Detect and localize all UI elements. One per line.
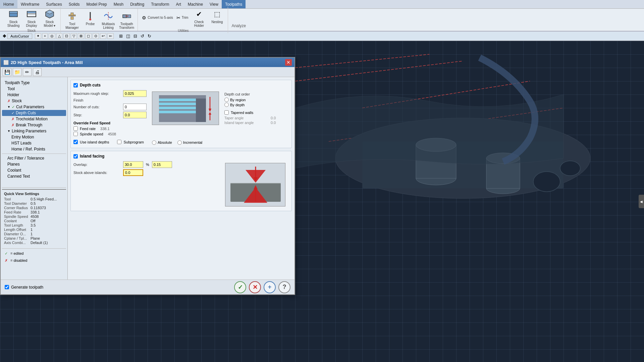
toolpath-transform-button[interactable]: ToolpathTransform bbox=[118, 9, 136, 30]
subprogram-checkbox[interactable] bbox=[117, 140, 121, 144]
cursor-btn-6[interactable]: ▽ bbox=[71, 33, 77, 39]
cancel-button[interactable]: ✕ bbox=[249, 281, 261, 293]
check-holder-button[interactable]: ✔ CheckHolder bbox=[190, 7, 208, 28]
depth-cuts-section: Depth cuts Maximum rough step: Finish bbox=[70, 80, 292, 148]
svg-line-16 bbox=[295, 54, 429, 68]
trim-button[interactable]: ✂ Trim bbox=[175, 7, 190, 28]
menu-mesh[interactable]: Mesh bbox=[110, 0, 127, 8]
view-btn-4[interactable]: ↺ bbox=[139, 33, 146, 39]
incremental-radio[interactable] bbox=[177, 140, 182, 145]
tree-trochoidal-label: Trochoidal Motion bbox=[16, 117, 48, 121]
stock-above-input[interactable] bbox=[123, 169, 143, 176]
step-input[interactable] bbox=[123, 112, 147, 118]
tree-tool[interactable]: Tool bbox=[2, 86, 66, 92]
tapered-walls-checkbox[interactable] bbox=[224, 110, 229, 115]
overlap-pct-input[interactable] bbox=[123, 161, 143, 168]
qv-corner-radius-label: Corner Radius bbox=[4, 206, 29, 210]
cursor-btn-2[interactable]: + bbox=[42, 33, 48, 39]
status-disabled-symbol: ✗ bbox=[5, 258, 8, 263]
tree-cut-params[interactable]: ▼ ✓ Cut Parameters bbox=[2, 104, 66, 110]
tree-home-ref[interactable]: Home / Ref. Points bbox=[2, 146, 66, 152]
quick-view-title: Quick View Settings bbox=[4, 192, 64, 196]
dialog-save-button[interactable]: 💾 bbox=[3, 68, 11, 76]
qv-spindle-value: 4508 bbox=[31, 215, 39, 219]
tree-trochoidal[interactable]: ✗ Trochoidal Motion bbox=[2, 116, 66, 122]
view-btn-3[interactable]: ⊟ bbox=[132, 33, 139, 39]
convert-5axis-button[interactable]: ⚙ Convert to 5-axis bbox=[141, 7, 174, 28]
by-region-radio[interactable] bbox=[224, 98, 229, 102]
tree-entry-motion[interactable]: Entry Motion bbox=[2, 134, 66, 140]
step-row: Step: bbox=[73, 112, 147, 118]
cursor-btn-3[interactable]: ◎ bbox=[49, 33, 55, 39]
cursor-btn-8[interactable]: ◻ bbox=[85, 33, 92, 39]
tree-stock[interactable]: ✗ Stock bbox=[2, 98, 66, 104]
max-rough-step-input[interactable] bbox=[123, 90, 147, 97]
cursor-btn-4[interactable]: △ bbox=[56, 33, 62, 39]
override-feed-label: Override Feed Speed bbox=[73, 121, 147, 125]
dialog-edit-button[interactable]: ✏ bbox=[23, 68, 32, 76]
tree-linking-params[interactable]: ▼ Linking Parameters bbox=[2, 128, 66, 134]
svg-marker-44 bbox=[246, 170, 266, 183]
absolute-radio[interactable] bbox=[152, 140, 156, 145]
spindle-speed-label: Spindle speed bbox=[80, 132, 103, 136]
check-holder-icon: ✔ bbox=[193, 8, 205, 20]
nesting-button[interactable]: ⬚ Nesting bbox=[208, 7, 226, 28]
tree-toolpath-type[interactable]: Toolpath Type bbox=[2, 80, 66, 86]
menu-modelprep[interactable]: Model Prep bbox=[83, 0, 110, 8]
menu-solids[interactable]: Solids bbox=[65, 0, 83, 8]
multiaxis-icon bbox=[102, 10, 114, 22]
island-facing-checkbox[interactable] bbox=[73, 154, 78, 159]
help-button[interactable]: ? bbox=[278, 281, 290, 293]
tool-manager-button[interactable]: ToolManager bbox=[63, 9, 81, 30]
tree-canned-text[interactable]: Canned Text bbox=[2, 173, 66, 179]
view-btn-1[interactable]: ⊞ bbox=[118, 33, 124, 39]
tree-planes[interactable]: Planes bbox=[2, 161, 66, 167]
add-button[interactable]: + bbox=[264, 281, 276, 293]
num-cuts-input[interactable] bbox=[123, 104, 147, 110]
tree-depth-cuts-label: Depth Cuts bbox=[16, 111, 36, 115]
viewport-handle[interactable]: ◀ bbox=[639, 195, 644, 208]
tree-holder[interactable]: Holder bbox=[2, 92, 66, 98]
dialog-print-button[interactable]: 🖨 bbox=[33, 68, 42, 76]
autocursor-text[interactable]: AutoCursor bbox=[7, 34, 32, 39]
cursor-btn-9[interactable]: ⊙ bbox=[93, 33, 99, 39]
tree-hst-leads[interactable]: HST Leads bbox=[2, 140, 66, 146]
dialog-close-button[interactable]: ✕ bbox=[285, 59, 292, 66]
tree-arc-filter[interactable]: Arc Filter / Tolerance bbox=[2, 155, 66, 161]
tree-breakthrough[interactable]: ✗ Break Through bbox=[2, 122, 66, 128]
tree-depth-cuts[interactable]: ✓ Depth Cuts bbox=[2, 110, 66, 116]
cursor-btn-10[interactable]: ↩ bbox=[100, 33, 106, 39]
stock-shading-button[interactable]: StockShading bbox=[5, 7, 22, 28]
probe-button[interactable]: Probe bbox=[82, 9, 99, 30]
by-depth-radio[interactable] bbox=[224, 103, 229, 107]
trim-label: Trim bbox=[182, 16, 189, 19]
depth-cuts-title: Depth cuts bbox=[80, 83, 101, 87]
use-island-checkbox[interactable] bbox=[73, 140, 78, 144]
view-btn-5[interactable]: ↻ bbox=[146, 33, 153, 39]
cursor-btn-7[interactable]: ⊞ bbox=[78, 33, 84, 39]
cursor-btn-5[interactable]: ⊡ bbox=[63, 33, 70, 39]
overlap-row: Overlap: % bbox=[73, 161, 216, 168]
stock-model-button[interactable]: StockModel ▾ bbox=[41, 7, 58, 28]
tree-coolant[interactable]: Coolant bbox=[2, 167, 66, 173]
num-cuts-label: Number of cuts: bbox=[73, 105, 120, 109]
cursor-snap-btn[interactable]: ✦ bbox=[35, 33, 41, 39]
analyze-label: Analyze bbox=[229, 23, 249, 29]
spindle-speed-checkbox[interactable] bbox=[73, 132, 78, 136]
ok-button[interactable]: ✓ bbox=[234, 281, 246, 293]
qv-diameter: Tool Diameter 0.5 bbox=[4, 201, 64, 205]
svg-point-11 bbox=[89, 18, 91, 20]
island-facing-title: Island facing bbox=[80, 154, 104, 159]
qv-coolant-label: Coolant bbox=[4, 219, 29, 223]
overlap-val-input[interactable] bbox=[152, 161, 172, 168]
generate-toolpath-checkbox[interactable] bbox=[5, 285, 9, 289]
depth-cuts-checkbox[interactable] bbox=[73, 83, 78, 87]
feed-rate-checkbox[interactable] bbox=[73, 126, 78, 131]
multiaxis-button[interactable]: MultiaxisLinking bbox=[100, 9, 117, 30]
by-depth-row: By depth bbox=[224, 103, 291, 107]
dialog-open-button[interactable]: 📁 bbox=[13, 68, 21, 76]
stock-display-button[interactable]: StockDisplay bbox=[23, 7, 40, 28]
view-btn-2[interactable]: ◫ bbox=[125, 33, 131, 39]
max-rough-step-label: Maximum rough step: bbox=[73, 92, 120, 96]
cursor-btn-11[interactable]: ⇐ bbox=[107, 33, 114, 39]
